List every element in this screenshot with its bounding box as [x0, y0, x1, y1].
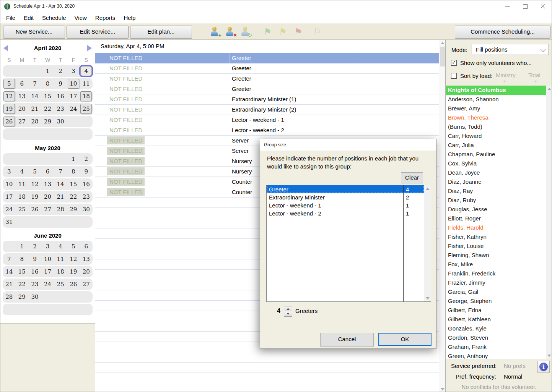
show-only-checkbox[interactable]: [451, 60, 457, 66]
calendar-day[interactable]: 11: [16, 180, 29, 189]
calendar-day[interactable]: 1: [67, 154, 80, 164]
edit-service-button[interactable]: Edit Service...: [67, 26, 129, 39]
swap-volunteer-icon[interactable]: ↻: [241, 27, 253, 37]
volunteer-item[interactable]: Douglas, Jesse: [446, 205, 552, 214]
volunteer-item[interactable]: Graham, Frank: [446, 342, 552, 352]
sort-by-load-checkbox[interactable]: [451, 73, 457, 79]
calendar-day[interactable]: 6: [80, 242, 93, 251]
calendar-day[interactable]: 13: [16, 92, 29, 101]
volunteer-item[interactable]: Gordon, Steven: [446, 333, 552, 342]
calendar-day[interactable]: 27: [41, 205, 54, 214]
red-flag-icon[interactable]: ⚑: [294, 27, 306, 37]
schedule-row[interactable]: NOT FILLEDExtraordinary Minister (1): [95, 94, 439, 105]
dialog-job-row[interactable]: Lector - weekend - 11: [267, 201, 424, 209]
total-column-label[interactable]: Total: [528, 72, 541, 78]
calendar-day[interactable]: 17: [3, 192, 16, 201]
volunteer-item[interactable]: Gonzales, Kyle: [446, 324, 552, 333]
clear-button[interactable]: Clear: [401, 172, 423, 183]
schedule-row[interactable]: NOT FILLEDExtraordinary Minister (2): [95, 105, 439, 115]
schedule-row[interactable]: NOT FILLEDLector - weekend - 1: [95, 115, 439, 125]
mode-dropdown[interactable]: Fill positions: [472, 44, 549, 55]
volunteer-item[interactable]: Brown, Theresa: [446, 113, 552, 122]
volunteer-item[interactable]: Gilbert, Kathleen: [446, 315, 552, 324]
calendar-day[interactable]: 22: [41, 104, 54, 113]
calendar-day[interactable]: 12: [28, 180, 41, 189]
calendar-day[interactable]: 14: [3, 267, 16, 276]
calendar-day[interactable]: 16: [28, 267, 41, 276]
calendar-day[interactable]: 30: [80, 205, 93, 214]
stepper-up-button[interactable]: [284, 306, 292, 312]
scroll-up-icon[interactable]: [439, 40, 445, 46]
volunteer-item[interactable]: Fields, Harold: [446, 223, 552, 232]
calendar-day[interactable]: 8: [41, 79, 54, 88]
volunteer-info-button[interactable]: i: [537, 361, 550, 373]
calendar-day[interactable]: 17: [41, 267, 54, 276]
calendar-day[interactable]: 30: [28, 292, 41, 301]
calendar-day[interactable]: 2: [80, 154, 93, 164]
volunteer-item[interactable]: Chapman, Pauline: [446, 150, 552, 159]
scroll-down-icon[interactable]: [424, 295, 431, 301]
calendar-day[interactable]: 18: [54, 267, 67, 276]
scroll-down-icon[interactable]: [439, 386, 445, 392]
calendar-day[interactable]: 6: [16, 79, 29, 88]
calendar-day[interactable]: 26: [67, 280, 80, 289]
next-month-icon[interactable]: [87, 45, 92, 51]
calendar-day[interactable]: 22: [16, 280, 29, 289]
job-list-scrollbar[interactable]: [424, 185, 431, 301]
ok-button[interactable]: OK: [378, 333, 432, 346]
calendar-day[interactable]: 18: [80, 91, 93, 101]
calendar-day[interactable]: 8: [16, 254, 29, 264]
schedule-row[interactable]: NOT FILLEDGreeter: [95, 74, 439, 84]
calendar-day[interactable]: 22: [67, 192, 80, 201]
group-size-stepper[interactable]: [284, 306, 292, 317]
schedule-row[interactable]: NOT FILLEDGreeter: [95, 63, 439, 74]
calendar-day[interactable]: 9: [28, 254, 41, 264]
calendar-day[interactable]: 21: [28, 104, 41, 113]
menu-file[interactable]: File: [2, 13, 20, 23]
calendar-day[interactable]: 11: [54, 254, 67, 264]
calendar-day[interactable]: 27: [80, 280, 93, 289]
calendar-day[interactable]: 29: [41, 117, 54, 126]
calendar-day[interactable]: 10: [3, 180, 16, 189]
calendar-day[interactable]: 1: [16, 242, 29, 251]
total-sort-icon[interactable]: [534, 81, 537, 83]
prev-month-icon[interactable]: [3, 45, 8, 51]
calendar-day[interactable]: 25: [54, 280, 67, 289]
stepper-down-button[interactable]: [284, 311, 292, 316]
calendar-day[interactable]: 21: [54, 192, 67, 201]
calendar-day[interactable]: 28: [28, 117, 41, 126]
calendar-day[interactable]: 29: [16, 292, 29, 301]
calendar-day[interactable]: 26: [28, 205, 41, 214]
volunteer-item[interactable]: Fisher, Louise: [446, 241, 552, 251]
volunteer-item[interactable]: Carr, Howard: [446, 131, 552, 141]
calendar-day[interactable]: 14: [54, 180, 67, 189]
schedule-row[interactable]: NOT FILLEDGreeter: [95, 53, 439, 63]
volunteer-item[interactable]: Diaz, Ray: [446, 186, 552, 196]
calendar-day[interactable]: 2: [28, 242, 41, 251]
calendar-day[interactable]: 15: [16, 267, 29, 276]
calendar-day[interactable]: 25: [80, 104, 93, 114]
calendar-day[interactable]: 20: [80, 267, 93, 276]
calendar-day[interactable]: 19: [3, 104, 16, 114]
calendar-day[interactable]: 5: [28, 167, 41, 176]
ministry-sort-icon[interactable]: [503, 81, 506, 83]
calendar-day[interactable]: 29: [67, 205, 80, 214]
calendar-day[interactable]: 3: [41, 242, 54, 251]
calendar-day[interactable]: 16: [54, 92, 67, 101]
calendar-day[interactable]: 6: [41, 167, 54, 176]
dialog-job-row[interactable]: Greeter4: [267, 185, 424, 193]
dialog-job-row[interactable]: Lector - weekend - 21: [267, 209, 424, 217]
volunteer-item[interactable]: Fisher, Kathryn: [446, 232, 552, 241]
calendar-day[interactable]: 18: [16, 192, 29, 201]
calendar-day[interactable]: 20: [16, 104, 29, 113]
calendar-day[interactable]: 2: [54, 66, 67, 76]
calendar-day[interactable]: 5: [3, 79, 16, 89]
calendar-day[interactable]: 11: [80, 79, 93, 88]
calendar-day[interactable]: 4: [16, 167, 29, 176]
volunteer-item[interactable]: Fox, Mike: [446, 260, 552, 269]
add-volunteer-icon[interactable]: +: [210, 27, 222, 37]
calendar-day[interactable]: 17: [67, 92, 80, 101]
volunteer-item[interactable]: Anderson, Shannon: [446, 95, 552, 104]
calendar-day[interactable]: 1: [41, 66, 54, 76]
volunteer-item[interactable]: Frazier, Jimmy: [446, 278, 552, 287]
